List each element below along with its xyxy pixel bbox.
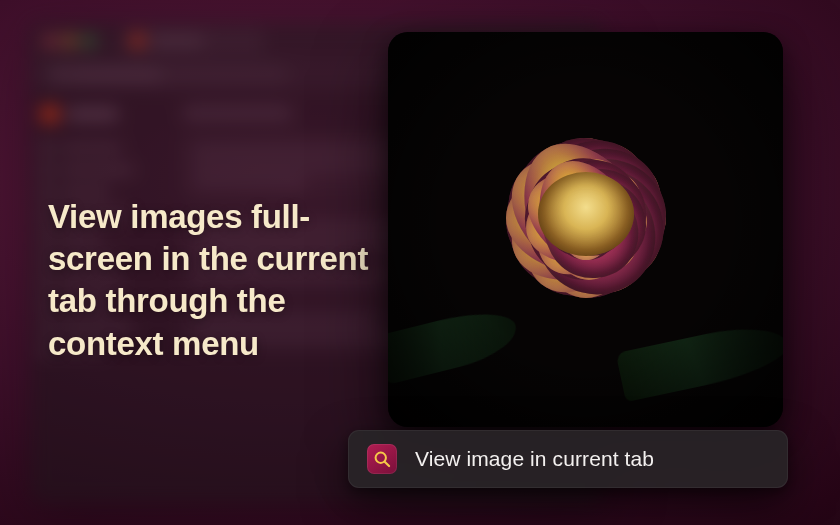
site-logo-icon [41, 105, 59, 123]
magnifier-icon [367, 444, 397, 474]
lock-icon [55, 70, 63, 78]
traffic-light-minimize-icon [64, 35, 75, 46]
context-menu-item-label: View image in current tab [415, 447, 654, 471]
context-menu-item-view-image[interactable]: View image in current tab [348, 430, 788, 488]
preview-image [388, 32, 783, 427]
browser-tab [121, 28, 264, 52]
traffic-light-zoom-icon [83, 35, 94, 46]
tab-favicon-icon [131, 35, 143, 47]
address-bar [45, 65, 290, 83]
traffic-light-close-icon [45, 35, 56, 46]
svg-line-1 [385, 462, 389, 466]
promo-headline: View images full-screen in the current t… [48, 196, 408, 365]
flower-core [538, 172, 634, 256]
